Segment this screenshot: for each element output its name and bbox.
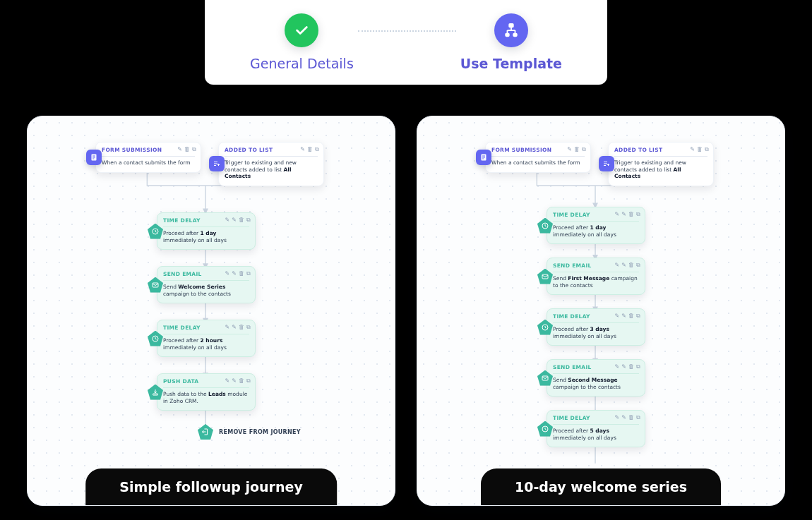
delete-icon[interactable]: 🗑 <box>239 270 244 277</box>
delete-icon[interactable]: 🗑 <box>628 211 634 218</box>
template-card-10day-welcome[interactable]: ✎🗑⧉ FORM SUBMISSION When a contact submi… <box>417 116 785 506</box>
edit-icon[interactable]: ✎ <box>225 377 230 385</box>
delete-icon[interactable]: 🗑 <box>628 363 634 370</box>
node-tools: ✎✎🗑⧉ <box>615 211 640 218</box>
edit-icon[interactable]: ✎ <box>225 270 230 277</box>
more-icon[interactable]: ⧉ <box>636 414 640 421</box>
more-icon[interactable]: ⧉ <box>192 146 196 153</box>
terminal-remove-from-journey[interactable]: REMOVE FROM JOURNEY <box>198 424 301 440</box>
trigger-added-to-list[interactable]: ✎🗑⧉ ADDED TO LIST Trigger to existing an… <box>608 142 714 186</box>
svg-rect-22 <box>153 394 158 395</box>
delete-icon[interactable]: 🗑 <box>184 146 190 153</box>
copy-icon[interactable]: ✎ <box>621 414 626 421</box>
check-circle-icon <box>285 13 318 47</box>
copy-icon[interactable]: ✎ <box>232 217 237 224</box>
more-icon[interactable]: ⧉ <box>315 146 319 153</box>
node-tools: ✎✎🗑⧉ <box>615 363 640 370</box>
more-icon[interactable]: ⧉ <box>246 217 251 224</box>
more-icon[interactable]: ⧉ <box>636 313 640 320</box>
node-body: When a contact submits the form <box>491 159 585 166</box>
copy-icon[interactable]: ✎ <box>232 324 237 331</box>
clock-icon <box>537 320 553 335</box>
stepper-connector <box>358 30 456 32</box>
more-icon[interactable]: ⧉ <box>246 324 251 331</box>
action-time-delay[interactable]: ✎✎🗑⧉ TIME DELAY Proceed after 1 day imme… <box>157 212 256 250</box>
clock-icon <box>148 224 163 239</box>
more-icon[interactable]: ⧉ <box>636 363 640 370</box>
edit-icon[interactable]: ✎ <box>690 146 695 153</box>
copy-icon[interactable]: ✎ <box>621 211 626 218</box>
node-body: When a contact submits the form <box>102 159 195 166</box>
node-body: Trigger to existing and new contacts add… <box>225 159 318 179</box>
template-cards-row: ✎🗑⧉ FORM SUBMISSION When a contact submi… <box>27 116 785 506</box>
action-time-delay[interactable]: ✎✎🗑⧉ TIME DELAY Proceed after 1 day imme… <box>547 207 645 244</box>
edit-icon[interactable]: ✎ <box>300 146 305 153</box>
step-use-template[interactable]: Use Template <box>460 13 562 71</box>
edit-icon[interactable]: ✎ <box>615 262 620 269</box>
svg-rect-5 <box>506 34 509 37</box>
exit-icon <box>198 424 213 440</box>
delete-icon[interactable]: 🗑 <box>628 313 634 320</box>
node-body: Proceed after 3 days immediately on all … <box>553 326 639 339</box>
edit-icon[interactable]: ✎ <box>615 414 620 421</box>
more-icon[interactable]: ⧉ <box>246 270 251 277</box>
trigger-added-to-list[interactable]: ✎🗑⧉ ADDED TO LIST Trigger to existing an… <box>218 142 324 186</box>
node-tools: ✎✎🗑⧉ <box>615 313 640 320</box>
node-body: Proceed after 1 day immediately on all d… <box>163 230 249 243</box>
delete-icon[interactable]: 🗑 <box>697 146 703 153</box>
template-card-simple-followup[interactable]: ✎🗑⧉ FORM SUBMISSION When a contact submi… <box>27 116 395 506</box>
edit-icon[interactable]: ✎ <box>225 324 230 331</box>
flow-connectors <box>28 116 395 505</box>
action-send-email[interactable]: ✎✎🗑⧉ SEND EMAIL Send Welcome Series camp… <box>157 266 256 303</box>
action-push-data[interactable]: ✎✎🗑⧉ PUSH DATA Push data to the Leads mo… <box>157 373 256 411</box>
delete-icon[interactable]: 🗑 <box>628 262 634 269</box>
node-body: Send Welcome Series campaign to the cont… <box>163 284 249 297</box>
edit-icon[interactable]: ✎ <box>177 146 182 153</box>
copy-icon[interactable]: ✎ <box>232 377 237 385</box>
more-icon[interactable]: ⧉ <box>246 377 251 385</box>
trigger-form-submission[interactable]: ✎🗑⧉ FORM SUBMISSION When a contact submi… <box>95 142 201 173</box>
delete-icon[interactable]: 🗑 <box>628 414 634 421</box>
clock-icon <box>537 421 553 437</box>
node-body: Proceed after 5 days immediately on all … <box>553 428 639 441</box>
copy-icon[interactable]: ✎ <box>232 270 237 277</box>
stepper-banner: General Details Use Template <box>205 0 607 85</box>
node-tools: ✎✎🗑⧉ <box>615 262 640 269</box>
node-tools: ✎✎🗑⧉ <box>225 270 251 277</box>
form-icon <box>86 150 102 165</box>
delete-icon[interactable]: 🗑 <box>239 324 244 331</box>
node-tools: ✎🗑⧉ <box>300 146 319 153</box>
edit-icon[interactable]: ✎ <box>615 363 620 370</box>
edit-icon[interactable]: ✎ <box>615 313 620 320</box>
more-icon[interactable]: ⧉ <box>582 146 586 153</box>
node-body: Proceed after 1 day immediately on all d… <box>553 224 639 238</box>
delete-icon[interactable]: 🗑 <box>574 146 580 153</box>
more-icon[interactable]: ⧉ <box>636 262 640 269</box>
svg-rect-0 <box>509 24 513 28</box>
delete-icon[interactable]: 🗑 <box>239 377 244 385</box>
form-icon <box>476 150 491 165</box>
flowchart-icon <box>494 13 528 47</box>
more-icon[interactable]: ⧉ <box>705 146 709 153</box>
edit-icon[interactable]: ✎ <box>615 211 620 218</box>
delete-icon[interactable]: 🗑 <box>239 217 244 224</box>
terminal-label: REMOVE FROM JOURNEY <box>219 429 301 435</box>
copy-icon[interactable]: ✎ <box>621 363 626 370</box>
action-time-delay[interactable]: ✎✎🗑⧉ TIME DELAY Proceed after 5 days imm… <box>547 410 645 447</box>
trigger-form-submission[interactable]: ✎🗑⧉ FORM SUBMISSION When a contact submi… <box>485 142 591 173</box>
action-send-email[interactable]: ✎✎🗑⧉ SEND EMAIL Send Second Message camp… <box>547 359 645 397</box>
node-body: Proceed after 2 hours immediately on all… <box>163 337 249 351</box>
edit-icon[interactable]: ✎ <box>567 146 572 153</box>
action-time-delay[interactable]: ✎✎🗑⧉ TIME DELAY Proceed after 3 days imm… <box>547 308 645 346</box>
delete-icon[interactable]: 🗑 <box>307 146 313 153</box>
edit-icon[interactable]: ✎ <box>225 217 230 224</box>
step-general-details[interactable]: General Details <box>250 13 354 71</box>
action-time-delay[interactable]: ✎✎🗑⧉ TIME DELAY Proceed after 2 hours im… <box>157 320 256 357</box>
mail-icon <box>148 277 163 293</box>
copy-icon[interactable]: ✎ <box>621 262 626 269</box>
node-tools: ✎✎🗑⧉ <box>615 414 640 421</box>
action-send-email[interactable]: ✎✎🗑⧉ SEND EMAIL Send First Message campa… <box>547 258 645 295</box>
node-body: Push data to the Leads module in Zoho CR… <box>163 391 249 404</box>
copy-icon[interactable]: ✎ <box>621 313 626 320</box>
more-icon[interactable]: ⧉ <box>636 211 640 218</box>
